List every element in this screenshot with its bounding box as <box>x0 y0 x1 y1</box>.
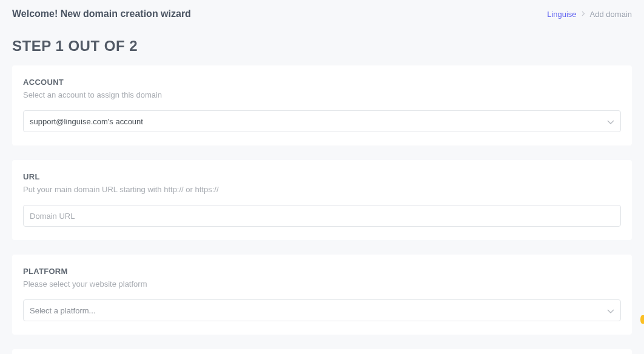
platform-select-placeholder: Select a platform... <box>30 306 95 315</box>
platform-card: PLATFORM Please select your website plat… <box>12 255 632 335</box>
platform-helper: Please select your website platform <box>23 279 621 289</box>
url-input[interactable] <box>23 205 621 227</box>
chat-widget-icon[interactable] <box>640 315 644 324</box>
url-card: URL Put your main domain URL starting wi… <box>12 160 632 240</box>
url-label: URL <box>23 172 621 181</box>
welcome-title: Welcome! New domain creation wizard <box>12 8 191 19</box>
step-heading: STEP 1 OUT OF 2 <box>0 24 644 65</box>
language-card: LANGUAGE <box>12 349 632 354</box>
account-card: ACCOUNT Select an account to assign this… <box>12 65 632 145</box>
chevron-right-icon <box>582 10 585 18</box>
page-header: Welcome! New domain creation wizard Ling… <box>0 0 644 24</box>
platform-select[interactable]: Select a platform... <box>23 299 621 321</box>
account-select-value: support@linguise.com's account <box>30 117 143 126</box>
chevron-down-icon <box>607 116 614 127</box>
url-helper: Put your main domain URL starting with h… <box>23 185 621 194</box>
chevron-down-icon <box>607 305 614 316</box>
account-select[interactable]: support@linguise.com's account <box>23 110 621 132</box>
account-label: ACCOUNT <box>23 78 621 87</box>
breadcrumb-root-link[interactable]: Linguise <box>547 10 576 19</box>
platform-label: PLATFORM <box>23 267 621 276</box>
breadcrumb: Linguise Add domain <box>547 10 632 19</box>
breadcrumb-current: Add domain <box>590 10 632 19</box>
account-helper: Select an account to assign this domain <box>23 90 621 99</box>
